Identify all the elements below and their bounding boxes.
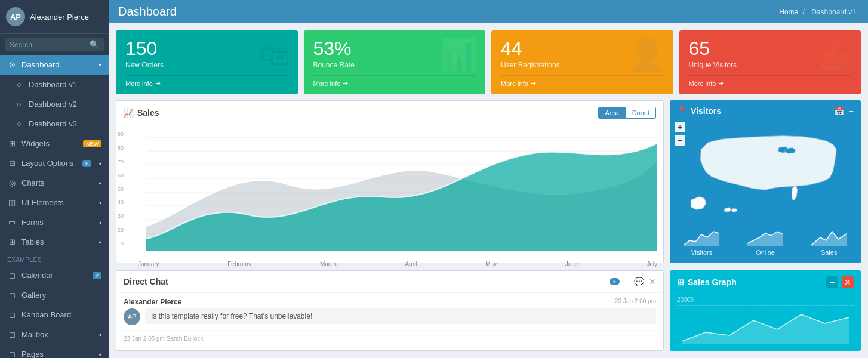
sidebar-item-dashboard[interactable]: ⊙ Dashboard ▾ bbox=[0, 55, 109, 75]
examples-label: EXAMPLES bbox=[0, 252, 109, 266]
minimize-icon[interactable]: − bbox=[624, 277, 629, 286]
message-header: Alexander Pierce 23 Jan 2:00 pm bbox=[124, 298, 656, 306]
zoom-in-button[interactable]: + bbox=[675, 122, 685, 132]
user-name: Alexander Pierce bbox=[30, 13, 89, 21]
sidebar-item-pages[interactable]: ◻ Pages ◂ bbox=[0, 344, 109, 358]
usa-map bbox=[675, 122, 856, 224]
count-badge: 2 bbox=[93, 272, 101, 279]
chat-title: Direct Chat bbox=[124, 277, 605, 286]
chevron-right-icon: ◂ bbox=[99, 351, 101, 357]
chevron-right-icon: ◂ bbox=[99, 219, 101, 226]
chevron-down-icon: ▾ bbox=[99, 61, 101, 68]
chevron-right-icon: ◂ bbox=[99, 239, 101, 245]
sidebar-item-dashboard-v3[interactable]: ○ Dashboard v3 bbox=[0, 114, 109, 134]
btn-donut[interactable]: Donut bbox=[626, 107, 656, 119]
chart-container: 90 80 70 60 50 40 30 20 10 bbox=[116, 125, 663, 258]
kanban-icon: ◻ bbox=[7, 310, 17, 319]
message-time: 23 Jan 2:00 pm bbox=[615, 298, 656, 306]
sales-graph-controls: − ✕ bbox=[826, 276, 854, 288]
close-button[interactable]: ✕ bbox=[842, 276, 854, 288]
search-box[interactable]: 🔍 bbox=[5, 38, 104, 51]
y-axis-labels: 90 80 70 60 50 40 30 20 10 bbox=[118, 131, 124, 246]
sales-graph-body: 20000 bbox=[670, 294, 861, 351]
more-info-link[interactable]: More info ➜ bbox=[689, 75, 852, 87]
sidebar-item-mailbox[interactable]: ◻ Mailbox ◂ bbox=[0, 325, 109, 344]
content-area: 🛍 150 New Orders More info ➜ 📊 53% Bounc… bbox=[109, 23, 868, 358]
search-icon[interactable]: 🔍 bbox=[90, 40, 99, 49]
sidebar-item-widgets[interactable]: ⊞ Widgets NEW bbox=[0, 134, 109, 153]
calendar-icon[interactable]: 📅 bbox=[834, 106, 844, 116]
stat-sales: Sales bbox=[811, 229, 847, 256]
mailbox-icon: ◻ bbox=[7, 330, 17, 339]
sidebar-item-calendar[interactable]: ◻ Calendar 2 bbox=[0, 266, 109, 285]
sales-graph-header: ⊞ Sales Graph − ✕ bbox=[670, 270, 861, 294]
more-info-link[interactable]: More info ➜ bbox=[125, 75, 288, 87]
chat-message: Alexander Pierce 23 Jan 2:00 pm AP Is th… bbox=[116, 293, 663, 331]
ui-icon: ◫ bbox=[7, 198, 17, 207]
breadcrumb-current: Dashboard v1 bbox=[811, 8, 856, 16]
stat-card-unique-visitors: 🥧 65 Unique Visitors More info ➜ bbox=[679, 30, 861, 94]
sidebar-item-ui-elements[interactable]: ◫ UI Elements ◂ bbox=[0, 193, 109, 212]
bottom-row: Direct Chat 3 − 💬 ✕ Alexander Pierce 23 … bbox=[116, 270, 861, 351]
sender-avatar: AP bbox=[124, 308, 140, 325]
sidebar-item-label: Mailbox bbox=[21, 330, 48, 339]
sidebar-item-label: Layout Options bbox=[21, 159, 73, 168]
chat-icon[interactable]: 💬 bbox=[634, 277, 644, 286]
message-sender: Alexander Pierce bbox=[124, 298, 181, 306]
forms-icon: ▭ bbox=[7, 218, 17, 227]
sidebar-item-label: Tables bbox=[21, 237, 44, 246]
btn-area[interactable]: Area bbox=[598, 107, 625, 119]
tables-icon: ⊞ bbox=[7, 237, 17, 246]
map-pin-icon: 📍 bbox=[677, 106, 687, 116]
next-sender-name: Sarah Bullock bbox=[167, 335, 204, 342]
page-title: Dashboard bbox=[118, 5, 177, 18]
chevron-right-icon: ◂ bbox=[99, 331, 101, 338]
chat-header: Direct Chat 3 − 💬 ✕ bbox=[116, 271, 663, 293]
chart-type-buttons: Area Donut bbox=[598, 107, 656, 119]
sidebar-item-dashboard-v1[interactable]: ○ Dashboard v1 bbox=[0, 75, 109, 94]
sales-panel: 📈 Sales Area Donut 90 80 70 60 50 bbox=[116, 100, 664, 263]
search-input[interactable] bbox=[10, 41, 90, 49]
chevron-right-icon: ◂ bbox=[99, 160, 101, 166]
gallery-icon: ◻ bbox=[7, 291, 17, 300]
sg-gridline bbox=[677, 305, 854, 306]
sidebar-item-label: Gallery bbox=[21, 291, 46, 300]
arrow-right-icon: ➜ bbox=[343, 79, 348, 87]
zoom-out-button[interactable]: − bbox=[675, 135, 685, 146]
layout-icon: ⊟ bbox=[7, 159, 17, 168]
message-body: AP Is this template really for free? Tha… bbox=[124, 308, 656, 325]
chat-badge: 3 bbox=[610, 278, 620, 285]
x-axis-labels: January February March April May June Ju… bbox=[116, 258, 663, 271]
online-mini-chart bbox=[747, 229, 783, 246]
sales-graph-chart bbox=[677, 308, 854, 344]
more-info-link[interactable]: More info ➜ bbox=[501, 75, 664, 87]
stat-visitors: Visitors bbox=[684, 229, 719, 256]
minimize-button[interactable]: − bbox=[826, 276, 838, 288]
sidebar-item-label: Widgets bbox=[21, 139, 50, 148]
stat-cards-row: 🛍 150 New Orders More info ➜ 📊 53% Bounc… bbox=[116, 30, 861, 94]
sidebar-item-charts[interactable]: ◎ Charts ◂ bbox=[0, 173, 109, 193]
lower-row: 📈 Sales Area Donut 90 80 70 60 50 bbox=[116, 100, 861, 263]
avatar: AP bbox=[6, 7, 25, 26]
dashboard-icon: ⊙ bbox=[7, 60, 17, 69]
sidebar-item-dashboard-v2[interactable]: ○ Dashboard v2 bbox=[0, 94, 109, 114]
sidebar-item-layout-options[interactable]: ⊟ Layout Options 6 ◂ bbox=[0, 153, 109, 173]
visitors-mini-chart bbox=[684, 229, 719, 246]
sidebar-user: AP Alexander Pierce bbox=[0, 0, 109, 34]
chat-controls: − 💬 ✕ bbox=[624, 277, 656, 286]
stat-card-bounce-rate: 📊 53% Bounce Rate More info ➜ bbox=[304, 30, 486, 94]
visitors-controls: 📅 − bbox=[834, 106, 854, 116]
chat-footer: 23 Jan 2:05 pm Sarah Bullock bbox=[116, 333, 663, 344]
more-info-link[interactable]: More info ➜ bbox=[313, 75, 476, 87]
sidebar-item-gallery[interactable]: ◻ Gallery bbox=[0, 285, 109, 305]
new-badge: NEW bbox=[83, 140, 101, 147]
sidebar-item-tables[interactable]: ⊞ Tables ◂ bbox=[0, 232, 109, 252]
arrow-right-icon: ➜ bbox=[718, 79, 724, 87]
minimize-icon[interactable]: − bbox=[849, 106, 854, 116]
close-icon[interactable]: ✕ bbox=[649, 277, 656, 286]
sidebar-item-forms[interactable]: ▭ Forms ◂ bbox=[0, 212, 109, 232]
breadcrumb-home[interactable]: Home bbox=[779, 8, 798, 16]
visitors-panel: 📍 Visitors 📅 − + − bbox=[670, 100, 861, 263]
sidebar-item-kanban[interactable]: ◻ Kanban Board bbox=[0, 305, 109, 325]
bar-chart-icon: 📊 bbox=[439, 36, 478, 73]
